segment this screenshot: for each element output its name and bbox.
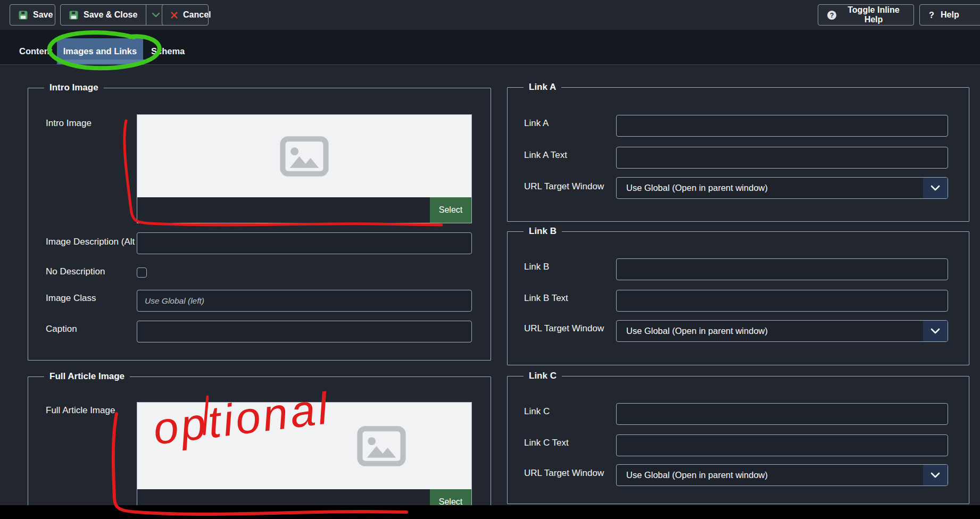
link-a-target-select[interactable]: Use Global (Open in parent window) [616,177,948,199]
intro-image-media-field: Select [137,114,472,223]
image-placeholder-icon [356,425,406,467]
link-c-legend: Link C [524,371,562,381]
save-icon [19,11,28,20]
no-description-checkbox[interactable] [137,267,147,278]
link-c-target-label: URL Target Window [524,468,604,479]
cancel-button[interactable]: Cancel [162,4,209,26]
full-article-image-field-label: Full Article Image [46,405,115,416]
bottom-black-bar [0,505,980,519]
intro-image-path-input[interactable] [137,197,430,223]
link-b-target-label: URL Target Window [524,323,604,334]
tab-content[interactable]: Content [12,38,60,64]
link-b-text-label: Link B Text [524,293,568,304]
chevron-down-icon [152,12,160,18]
tab-schema[interactable]: Schema [144,38,192,64]
link-a-target-value: Use Global (Open in parent window) [626,178,768,198]
select-chevron-button[interactable] [923,178,948,198]
select-chevron-button[interactable] [923,465,948,485]
link-b-url-input[interactable] [616,258,948,280]
chevron-down-icon [931,328,940,334]
toolbar: Save Save & Close Cancel ? Toggle Inline… [0,0,980,30]
link-b-legend: Link B [524,226,562,237]
intro-image-preview [137,115,471,197]
save-and-close-label: Save & Close [84,10,137,20]
image-class-input[interactable] [137,290,472,312]
cancel-button-label: Cancel [183,10,211,20]
cancel-x-icon [171,12,178,19]
link-c-target-value: Use Global (Open in parent window) [626,465,768,485]
link-a-text-label: Link A Text [524,150,567,161]
caption-label: Caption [46,324,77,334]
save-button-label: Save [33,10,53,20]
image-description-input[interactable] [137,232,472,254]
no-description-label: No Description [46,266,105,277]
svg-text:?: ? [830,11,834,19]
select-chevron-button[interactable] [923,321,948,341]
link-c-text-input[interactable] [616,434,948,456]
link-c-url-label: Link C [524,406,550,417]
link-b-target-value: Use Global (Open in parent window) [626,321,768,341]
intro-image-select-button[interactable]: Select [430,197,471,223]
full-article-image-media-field: Select [137,402,472,515]
link-a-url-input[interactable] [616,115,948,137]
question-icon: ? [928,10,935,20]
tab-bar: Content Images and Links Schema [0,30,980,65]
link-c-url-input[interactable] [616,403,948,425]
chevron-down-icon [931,472,940,478]
chevron-down-icon [931,185,940,191]
circle-question-icon: ? [827,10,837,20]
link-a-url-label: Link A [524,118,549,129]
full-article-image-preview [137,403,471,489]
svg-text:?: ? [929,10,934,20]
save-icon [69,11,78,20]
active-tab-underline [59,60,146,64]
link-c-target-select[interactable]: Use Global (Open in parent window) [616,464,948,486]
caption-input[interactable] [137,321,472,342]
intro-image-legend: Intro Image [44,82,104,93]
link-a-text-input[interactable] [616,147,948,169]
toggle-inline-help-label: Toggle Inline Help [842,5,905,24]
help-button-label: Help [941,10,959,20]
link-b-url-label: Link B [524,262,549,272]
save-and-close-button[interactable]: Save & Close [60,4,166,26]
intro-image-field-label: Intro Image [46,118,92,129]
help-button[interactable]: ? Help [919,4,980,26]
link-c-text-label: Link C Text [524,438,569,448]
image-class-label: Image Class [46,293,96,304]
link-a-legend: Link A [524,82,561,93]
link-a-target-label: URL Target Window [524,181,604,192]
image-placeholder-icon [279,136,329,177]
link-b-target-select[interactable]: Use Global (Open in parent window) [616,320,948,342]
link-b-text-input[interactable] [616,290,948,312]
full-article-image-legend: Full Article Image [44,371,130,382]
save-button[interactable]: Save [10,4,55,26]
toggle-inline-help-button[interactable]: ? Toggle Inline Help [818,4,914,26]
